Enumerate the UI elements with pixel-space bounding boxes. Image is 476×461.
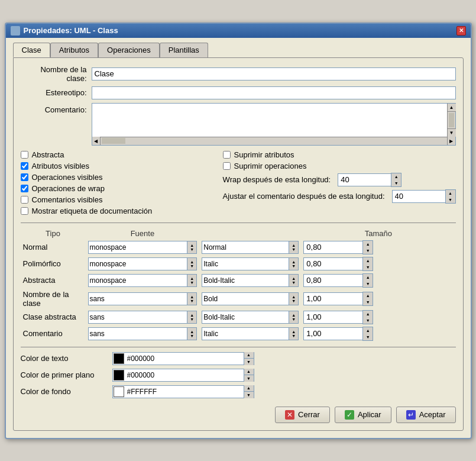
right-options: Suprimir atributos Suprimir operaciones … xyxy=(223,150,456,218)
estilo-arrow-2[interactable]: ▲ ▼ xyxy=(289,275,298,286)
color-down-2[interactable]: ▼ xyxy=(244,392,254,398)
tamano-up-5[interactable]: ▲ xyxy=(363,327,373,334)
fuente-arrow-1[interactable]: ▲ ▼ xyxy=(187,258,196,270)
cb-suprimir-operaciones[interactable] xyxy=(223,162,231,170)
tamano-input-3[interactable] xyxy=(303,292,362,305)
cb-abstracta[interactable] xyxy=(21,151,28,159)
hscroll-right[interactable]: ▶ xyxy=(447,137,455,145)
estilo-select-4[interactable]: NormalItalicBoldBold-Italic xyxy=(202,311,289,323)
tamano-up-0[interactable]: ▲ xyxy=(363,241,373,247)
cb-atributos-visibles[interactable] xyxy=(21,162,28,170)
nombre-label: Nombre de la clase: xyxy=(21,65,92,83)
estereotipo-label: Estereotipo: xyxy=(21,88,92,97)
comentario-input[interactable] xyxy=(92,104,447,137)
tamano-down-4[interactable]: ▼ xyxy=(363,317,373,324)
cb-suprimir-atributos[interactable] xyxy=(223,151,231,159)
fuente-select-2[interactable]: monospacesansserifcourier xyxy=(89,275,187,286)
estereotipo-input[interactable] xyxy=(92,86,456,99)
tamano-input-4[interactable] xyxy=(303,311,362,324)
cerrar-button[interactable]: ✕ Cerrar xyxy=(275,407,330,423)
tamano-down-5[interactable]: ▼ xyxy=(363,334,373,340)
estilo-select-0[interactable]: NormalItalicBoldBold-Italic xyxy=(202,241,289,253)
wrap-length-up[interactable]: ▲ xyxy=(391,173,401,180)
color-swatch-2[interactable] xyxy=(114,386,124,397)
tamano-down-0[interactable]: ▼ xyxy=(363,247,373,254)
estilo-arrow-3[interactable]: ▲ ▼ xyxy=(289,293,298,305)
tamano-up-2[interactable]: ▲ xyxy=(363,274,373,281)
cb-operaciones-wrap[interactable] xyxy=(21,185,28,192)
estilo-cell-5: NormalItalicBoldBold-Italic ▲ ▼ xyxy=(199,325,301,342)
estilo-select-5[interactable]: NormalItalicBoldBold-Italic xyxy=(202,328,289,340)
nombre-input[interactable] xyxy=(92,67,456,80)
close-button[interactable]: ✕ xyxy=(456,26,466,36)
color-text-input-1[interactable] xyxy=(125,371,244,379)
cb-operaciones-visibles[interactable] xyxy=(21,173,28,181)
estilo-select-1[interactable]: NormalItalicBoldBold-Italic xyxy=(202,258,289,270)
estilo-arrow-4[interactable]: ▲ ▼ xyxy=(289,311,298,323)
ajustar-length-down[interactable]: ▼ xyxy=(446,196,455,203)
estilo-arrow-5[interactable]: ▲ ▼ xyxy=(289,328,298,340)
wrap-length-down[interactable]: ▼ xyxy=(391,180,401,186)
estilo-select-2[interactable]: NormalItalicBoldBold-Italic xyxy=(202,275,289,286)
color-up-1[interactable]: ▲ xyxy=(244,369,254,375)
tamano-input-0[interactable] xyxy=(303,241,362,254)
cb-comentarios-visibles[interactable] xyxy=(21,196,28,204)
color-swatch-0[interactable] xyxy=(114,353,124,364)
tamano-down-1[interactable]: ▼ xyxy=(363,264,373,270)
fuente-arrow-2[interactable]: ▲ ▼ xyxy=(187,275,196,286)
tamano-input-1[interactable] xyxy=(303,257,362,270)
tamano-up-1[interactable]: ▲ xyxy=(363,257,373,264)
tab-atributos[interactable]: Atributos xyxy=(50,43,98,57)
color-swatch-1[interactable] xyxy=(114,370,124,381)
cerrar-icon: ✕ xyxy=(285,410,294,420)
tab-plantillas[interactable]: Plantillas xyxy=(160,43,208,57)
estilo-arrow-0[interactable]: ▲ ▼ xyxy=(289,241,298,253)
ajustar-length-input[interactable] xyxy=(392,190,445,203)
aplicar-button[interactable]: ✓ Aplicar xyxy=(335,407,391,423)
fuente-select-1[interactable]: monospacesansserifcourier xyxy=(89,258,187,270)
tamano-down-3[interactable]: ▼ xyxy=(363,299,373,305)
fuente-select-3[interactable]: monospacesansserifcourier xyxy=(89,293,187,305)
fuente-arrow-0[interactable]: ▲ ▼ xyxy=(187,241,196,253)
tab-operaciones[interactable]: Operaciones xyxy=(98,43,160,57)
fuente-arrow-5[interactable]: ▲ ▼ xyxy=(187,328,196,340)
hscroll-left[interactable]: ◀ xyxy=(92,137,101,145)
color-label-0: Color de texto xyxy=(21,354,112,363)
color-up-0[interactable]: ▲ xyxy=(244,352,254,359)
fuente-arrow-4[interactable]: ▲ ▼ xyxy=(187,311,196,323)
color-up-2[interactable]: ▲ xyxy=(244,385,254,392)
col-tipo-header: Tipo xyxy=(21,228,86,239)
fuente-select-4[interactable]: monospacesansserifcourier xyxy=(89,311,187,323)
fuente-arrow-3[interactable]: ▲ ▼ xyxy=(187,293,196,305)
tamano-up-4[interactable]: ▲ xyxy=(363,311,373,317)
font-fuente-cell-1: monospacesansserifcourier ▲ ▼ xyxy=(86,256,200,272)
cb-mostrar-etiqueta[interactable] xyxy=(21,207,28,215)
vscroll-up[interactable]: ▲ xyxy=(448,104,456,112)
ajustar-length-up[interactable]: ▲ xyxy=(446,190,455,196)
fuente-select-wrapper-1: monospacesansserifcourier ▲ ▼ xyxy=(88,257,197,270)
cb-suprimir-operaciones-label: Suprimir operaciones xyxy=(234,162,307,170)
window-icon xyxy=(11,26,20,36)
comentario-hscrollbar[interactable]: ◀ ▶ xyxy=(92,137,455,145)
tamano-up-3[interactable]: ▲ xyxy=(363,292,373,299)
fuente-select-5[interactable]: monospacesansserifcourier xyxy=(89,328,187,340)
color-down-1[interactable]: ▼ xyxy=(244,375,254,382)
aceptar-button[interactable]: ↵ Aceptar xyxy=(396,407,456,423)
color-text-input-0[interactable] xyxy=(125,354,244,363)
vscroll-down[interactable]: ▼ xyxy=(448,128,456,137)
color-down-0[interactable]: ▼ xyxy=(244,359,254,365)
color-row-2: Color de fondo ▲ ▼ xyxy=(21,385,456,398)
comentario-vscrollbar[interactable]: ▲ ▼ xyxy=(447,104,455,137)
tamano-input-2[interactable] xyxy=(303,274,362,287)
estilo-select-3[interactable]: NormalItalicBoldBold-Italic xyxy=(202,293,289,305)
fuente-select-0[interactable]: monospacesansserifcourier xyxy=(89,241,187,253)
tab-clase[interactable]: Clase xyxy=(13,43,50,57)
color-text-input-2[interactable] xyxy=(125,388,244,396)
tamano-down-2[interactable]: ▼ xyxy=(363,281,373,287)
tamano-cell-5: ▲ ▼ xyxy=(301,325,455,342)
wrap-length-input[interactable] xyxy=(338,173,391,186)
ajustar-length-row: Ajustar el comentario después de esta lo… xyxy=(223,189,456,204)
cb-operaciones-visibles-row: Operaciones visibles xyxy=(21,173,223,182)
estilo-arrow-1[interactable]: ▲ ▼ xyxy=(289,258,298,270)
tamano-input-5[interactable] xyxy=(303,327,362,340)
